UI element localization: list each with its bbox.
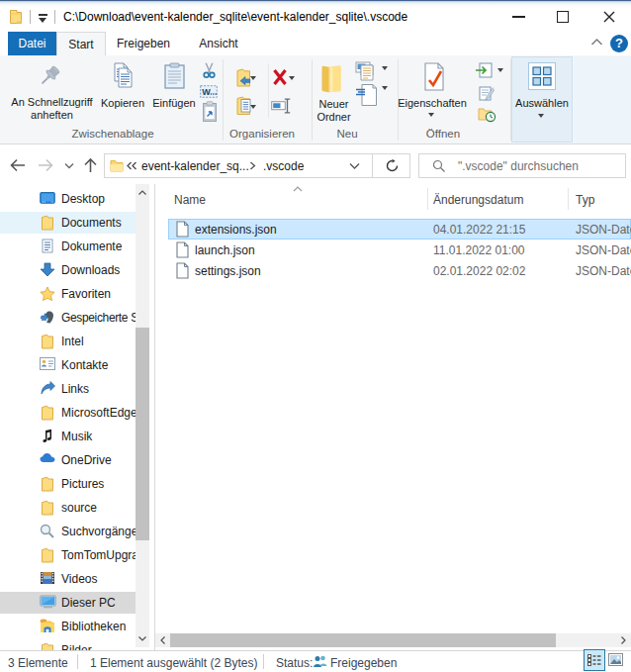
svg-text:W: W — [202, 87, 211, 97]
